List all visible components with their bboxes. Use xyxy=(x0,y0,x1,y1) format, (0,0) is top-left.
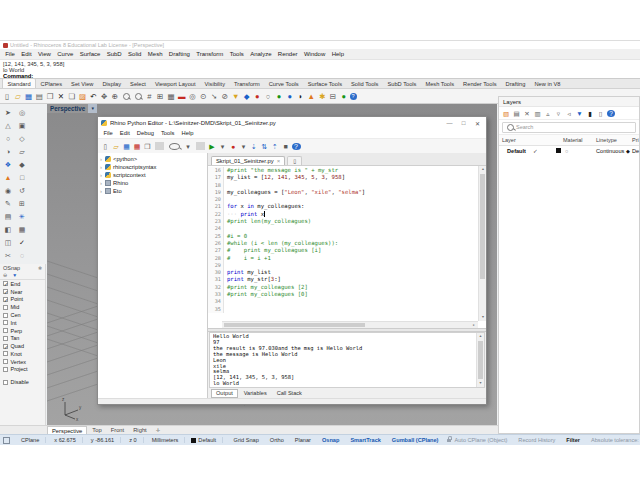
scroll-right-icon[interactable]: ▸ xyxy=(470,322,478,328)
editor-toolbar-icon[interactable]: ■ xyxy=(281,141,290,152)
menu-item[interactable]: View xyxy=(35,49,54,59)
editor-toolbar-icon[interactable]: ▾ xyxy=(184,141,193,152)
toolbar-icon[interactable] xyxy=(135,93,142,100)
left-toolbar-icon[interactable]: ◫ xyxy=(2,237,14,248)
toolbar-icon[interactable]: ◆ xyxy=(242,91,252,102)
status-toggle[interactable]: Gumball (CPlane) xyxy=(385,437,443,443)
layers-toolbar-icon[interactable]: ▤ xyxy=(513,108,521,119)
editor-toolbar-icon[interactable]: ▦ xyxy=(122,141,131,152)
status-field[interactable]: Millimeters xyxy=(144,437,186,443)
scrollbar-thumb[interactable] xyxy=(224,323,365,327)
layers-toolbar-icon[interactable]: ▧ xyxy=(502,108,510,119)
checkbox[interactable] xyxy=(3,336,8,341)
status-toggle[interactable]: Ortho xyxy=(263,437,288,443)
osnap-checkbox-item[interactable]: Tan xyxy=(0,334,45,342)
menu-item[interactable]: SubD xyxy=(104,49,125,59)
left-toolbar-icon[interactable]: ◧ xyxy=(2,224,14,235)
toolbar-tab[interactable]: Standard xyxy=(2,78,36,88)
layer-print-width[interactable]: De xyxy=(632,148,639,154)
maximize-button[interactable]: □ xyxy=(458,120,469,126)
status-field[interactable]: Default xyxy=(185,437,223,443)
left-toolbar-icon[interactable]: ◌ xyxy=(16,250,28,261)
status-toggle[interactable]: Grid Snap xyxy=(227,437,263,443)
toolbar-tab[interactable]: Viewport Layout xyxy=(150,79,200,88)
layers-toolbar-icon[interactable]: ◃ xyxy=(565,108,573,119)
toolbar-icon[interactable]: ➘ xyxy=(209,91,219,102)
scroll-up-icon[interactable]: ▲ xyxy=(479,166,486,173)
toolbar-tab[interactable]: Select xyxy=(126,79,151,88)
expand-arrow-icon[interactable]: › xyxy=(100,188,102,194)
checkbox[interactable] xyxy=(3,359,8,364)
status-toggle[interactable]: Record History xyxy=(512,437,560,443)
toolbar-icon[interactable]: ? xyxy=(350,93,357,100)
status-toggle[interactable]: SmartTrack xyxy=(344,437,385,443)
toolbar-tab[interactable]: Set View xyxy=(67,79,98,88)
osnap-checkbox-item[interactable]: Knot xyxy=(0,350,45,358)
toolbar-icon[interactable]: ▼ xyxy=(231,91,241,102)
minimize-button[interactable]: — xyxy=(444,120,455,126)
toolbar-icon[interactable]: ⊕ xyxy=(110,91,120,102)
toolbar-icon[interactable]: ▦ xyxy=(166,91,176,102)
status-grid-icon[interactable] xyxy=(3,437,10,444)
menu-item[interactable]: Window xyxy=(301,49,329,59)
viewport-tab[interactable]: Perspective xyxy=(47,426,87,434)
checkbox[interactable]: ✓ xyxy=(3,344,8,349)
editor-toolbar-icon[interactable] xyxy=(169,143,180,150)
osnap-filter-icon[interactable]: ▼ xyxy=(12,272,17,278)
viewport-tab[interactable]: ✛ xyxy=(152,427,164,434)
editor-menu-item[interactable]: Edit xyxy=(116,129,133,138)
menu-item[interactable]: Surface xyxy=(76,49,103,59)
toolbar-icon[interactable]: ▬ xyxy=(177,91,187,102)
column-linetype[interactable]: Linetype xyxy=(596,137,617,143)
editor-menu-item[interactable]: File xyxy=(100,129,116,138)
toolbar-icon[interactable]: ⊘ xyxy=(220,91,230,102)
osnap-checkbox-item[interactable]: Mid xyxy=(0,303,45,311)
column-layer[interactable]: Layer xyxy=(502,137,516,143)
layer-row-default[interactable]: Default ✓ ○ Continuous ◆ De xyxy=(499,146,639,156)
tree-item[interactable]: › rhinoscriptsyntax xyxy=(98,163,207,171)
left-toolbar-icon[interactable]: ▣ xyxy=(16,120,28,131)
toolbar-icon[interactable]: ✱ xyxy=(317,91,327,102)
editor-toolbar-icon[interactable]: ❐ xyxy=(143,141,152,152)
toolbar-icon[interactable]: ▨ xyxy=(78,91,88,102)
osnap-disable-checkbox[interactable]: Disable xyxy=(0,378,45,386)
toolbar-icon[interactable]: # xyxy=(144,91,154,102)
status-toggle[interactable]: Osnap xyxy=(315,437,343,443)
left-toolbar-icon[interactable]: ◎ xyxy=(16,107,28,118)
left-toolbar-icon[interactable]: ✎ xyxy=(2,198,14,209)
column-material[interactable]: Material xyxy=(563,137,583,143)
layers-toolbar-icon[interactable]: ▼ xyxy=(576,108,584,119)
toolbar-tab[interactable]: Mesh Tools xyxy=(421,79,459,88)
editor-toolbar-icon[interactable]: ● xyxy=(229,141,238,152)
toolbar-tab[interactable]: Solid Tools xyxy=(347,79,383,88)
toolbar-icon[interactable]: ▦ xyxy=(24,91,34,102)
menu-item[interactable]: Mesh xyxy=(145,49,166,59)
code-editor[interactable]: 16#print "the message is " + my_str17my_… xyxy=(208,166,486,328)
scrollbar-thumb[interactable] xyxy=(480,174,485,279)
left-toolbar-icon[interactable]: ▤ xyxy=(2,211,14,222)
status-toggle[interactable]: Planar xyxy=(288,437,315,443)
viewport-tab[interactable]: Top xyxy=(88,427,105,434)
status-toggle[interactable]: Auto CPlane (Object) xyxy=(443,437,512,443)
osnap-checkbox-item[interactable]: Int xyxy=(0,319,45,327)
scrollbar-thumb[interactable] xyxy=(478,341,483,379)
toolbar-icon[interactable]: ▱ xyxy=(13,91,23,102)
editor-toolbar-icon[interactable] xyxy=(155,142,164,150)
menu-item[interactable]: Analyze xyxy=(247,49,275,59)
checkbox[interactable]: ✓ xyxy=(3,289,8,294)
expand-arrow-icon[interactable]: › xyxy=(100,172,102,178)
menu-item[interactable]: Tools xyxy=(227,49,247,59)
expand-arrow-icon[interactable]: › xyxy=(100,156,102,162)
checkbox[interactable] xyxy=(3,313,8,318)
viewport-tab[interactable]: Right xyxy=(129,427,151,434)
menu-item[interactable]: Help xyxy=(328,49,347,59)
toolbar-icon[interactable]: ⊟ xyxy=(328,91,338,102)
toolbar-icon[interactable]: ● xyxy=(339,91,349,102)
output-tab[interactable]: Call Stack xyxy=(273,390,306,397)
osnap-checkbox-item[interactable]: ✓ End xyxy=(0,280,45,288)
toolbar-icon[interactable]: ⊙ xyxy=(198,91,208,102)
output-scrollbar[interactable]: ▲ ▼ xyxy=(476,333,484,387)
scroll-up-icon[interactable]: ▲ xyxy=(477,333,484,340)
toolbar-tab[interactable]: Display xyxy=(98,79,126,88)
toolbar-icon[interactable]: ▯ xyxy=(2,91,12,102)
